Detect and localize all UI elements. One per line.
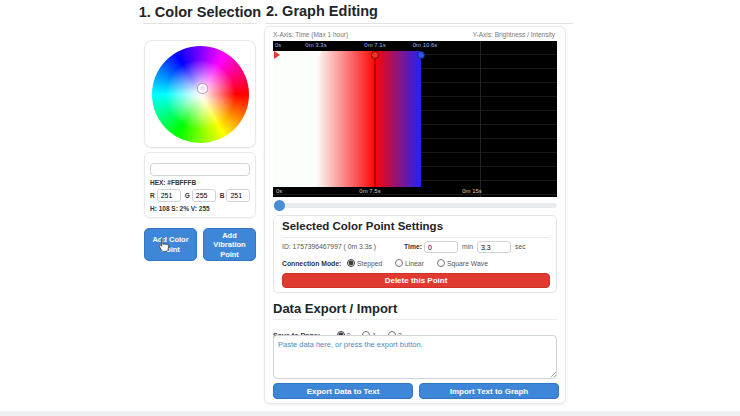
point-time-label: 0m 7.1s — [364, 42, 385, 48]
r-field[interactable] — [157, 189, 181, 202]
settings-title: Selected Color Point Settings — [282, 220, 443, 232]
color-wheel[interactable] — [152, 46, 249, 143]
mode-linear-label: Linear — [405, 260, 424, 267]
delete-point-button[interactable]: Delete this Point — [282, 273, 550, 288]
time-sec-field[interactable] — [477, 241, 511, 253]
export-data-button[interactable]: Export Data to Text — [273, 383, 413, 399]
x-axis-label: X-Axis: Time (Max 1 hour) — [273, 31, 348, 38]
rgb-row: R G B — [150, 189, 250, 202]
hsv-label: H: 108 S: 2% V: 255 — [150, 205, 250, 212]
textarea-resize-handle[interactable] — [551, 372, 556, 377]
window-bottom-edge — [0, 411, 740, 416]
time-tick-label: 0m 7.5s — [359, 188, 380, 194]
mode-stepped-label: Stepped — [357, 260, 382, 267]
data-io-textarea[interactable] — [273, 335, 557, 379]
color-timeline-graph[interactable]: 0s 0m 3.3s 0m 7.1s 0m 10.6s 0s 0m 7.5s 0… — [273, 41, 557, 197]
b-label: B — [220, 192, 225, 199]
r-label: R — [150, 192, 155, 199]
time-tick-label: 0s — [276, 188, 282, 194]
timeline-scrollbar[interactable] — [273, 203, 557, 208]
color-selection-title: 1. Color Selection — [128, 4, 272, 20]
color-values-card: HEX: #FBFFFB R G B H: 108 S: 2% V: 255 — [144, 152, 256, 218]
timeline-scrollbar-handle[interactable] — [274, 200, 285, 211]
g-label: G — [185, 192, 190, 199]
mode-square-wave-radio[interactable]: Square Wave — [437, 259, 488, 267]
sec-unit-label: sec — [515, 243, 526, 250]
hex-label: HEX: #FBFFFB — [150, 179, 250, 186]
min-unit-label: min — [462, 243, 473, 250]
mode-square-wave-label: Square Wave — [447, 260, 488, 267]
point-time-label: 0m 10.6s — [413, 42, 438, 48]
add-vibration-point-button[interactable]: Add Vibration Point — [203, 228, 256, 261]
b-field[interactable] — [226, 189, 250, 202]
hex-input[interactable] — [150, 163, 250, 176]
color-point-marker-red[interactable] — [371, 51, 379, 59]
radio-icon[interactable] — [347, 259, 355, 267]
connection-mode-label: Connection Mode: — [282, 260, 341, 267]
mode-stepped-radio[interactable]: Stepped — [347, 259, 382, 267]
point-id-label: ID: 1757396467997 ( 0m 3.3s ) — [282, 243, 376, 250]
time-label: Time: — [404, 243, 422, 250]
mode-linear-radio[interactable]: Linear — [395, 259, 424, 267]
mouse-cursor-hand-icon — [157, 237, 171, 253]
import-text-button[interactable]: Import Text to Graph — [419, 383, 559, 399]
g-field[interactable] — [192, 189, 216, 202]
graph-editing-card: X-Axis: Time (Max 1 hour) Y-Axis: Bright… — [264, 26, 566, 404]
selected-point-line — [374, 51, 376, 187]
graph-editing-title: 2. Graph Editing — [266, 3, 378, 19]
point-time-label: 0m 3.3s — [305, 42, 326, 48]
color-gradient-band — [273, 51, 421, 187]
selected-point-settings-card: Selected Color Point Settings ID: 175739… — [273, 215, 557, 293]
time-tick-label: 0m 15s — [462, 188, 482, 194]
vertical-gridline — [480, 41, 481, 197]
point-time-label: 0s — [275, 42, 281, 48]
color-point-marker-blue[interactable] — [417, 51, 425, 59]
divider — [273, 319, 557, 320]
divider — [282, 237, 550, 238]
start-point-flag-marker[interactable] — [274, 51, 280, 59]
color-wheel-selector[interactable] — [198, 84, 207, 93]
title-divider — [143, 23, 257, 24]
title-divider — [265, 23, 573, 24]
color-wheel-card — [144, 40, 256, 148]
y-axis-label: Y-Axis: Brightness / Intensity — [473, 31, 555, 38]
data-export-import-title: Data Export / Import — [273, 301, 397, 316]
radio-icon[interactable] — [395, 259, 403, 267]
time-min-field[interactable] — [424, 241, 458, 253]
radio-icon[interactable] — [437, 259, 445, 267]
